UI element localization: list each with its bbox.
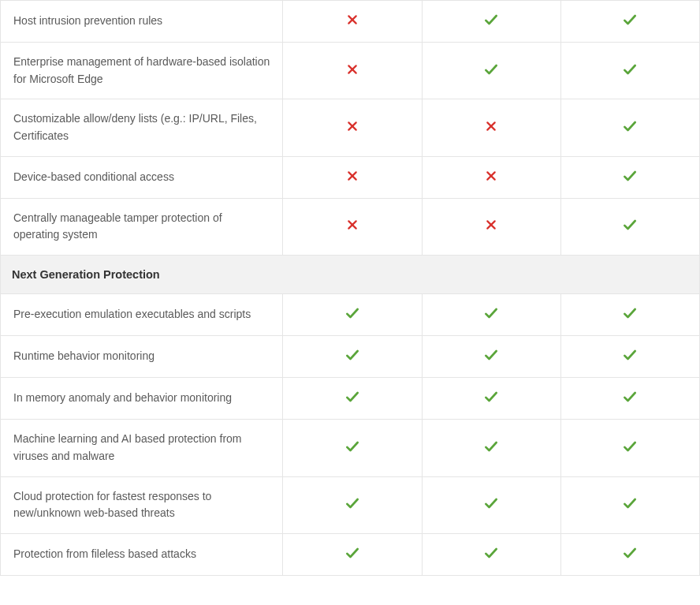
check-icon: [622, 118, 638, 137]
feature-status-col-3: [560, 420, 699, 476]
feature-status-col-2: [422, 533, 560, 575]
feature-status-col-1: [283, 99, 422, 156]
check-icon: [483, 545, 499, 564]
check-icon: [483, 347, 499, 366]
cross-icon: [346, 63, 359, 79]
check-icon: [344, 495, 360, 514]
check-icon: [344, 389, 360, 408]
feature-status-col-1: [283, 420, 422, 476]
feature-status-col-3: [560, 156, 699, 198]
table-row: Machine learning and AI based protection…: [1, 420, 700, 476]
feature-status-col-3: [560, 378, 699, 420]
feature-status-col-1: [283, 336, 422, 378]
check-icon: [483, 439, 499, 457]
check-icon: [483, 495, 499, 514]
table-row: Enterprise management of hardware-based …: [1, 43, 700, 99]
check-icon: [483, 305, 499, 324]
feature-status-col-1: [283, 476, 422, 533]
check-icon: [483, 62, 499, 80]
feature-status-col-2: [422, 1, 560, 43]
feature-status-col-1: [283, 43, 422, 99]
feature-status-col-3: [560, 99, 699, 156]
check-icon: [483, 389, 499, 408]
table-row: Device-based conditional access: [1, 156, 700, 198]
feature-label: In memory anomaly and behavior monitorin…: [1, 378, 283, 420]
feature-label: Runtime behavior monitoring: [1, 336, 283, 378]
feature-status-col-2: [422, 198, 560, 255]
feature-status-col-2: [422, 99, 560, 156]
table-row: In memory anomaly and behavior monitorin…: [1, 378, 700, 420]
feature-label: Pre-execution emulation executables and …: [1, 294, 283, 336]
feature-status-col-3: [560, 533, 699, 575]
feature-status-col-2: [422, 294, 560, 336]
cross-icon: [346, 170, 359, 185]
feature-label: Host intrusion prevention rules: [1, 1, 283, 43]
cross-icon: [485, 170, 497, 185]
feature-label: Centrally manageable tamper protection o…: [1, 198, 283, 255]
section-header-label: Next Generation Protection: [1, 256, 700, 294]
feature-status-col-2: [422, 156, 560, 198]
cross-icon: [346, 218, 359, 234]
check-icon: [622, 545, 638, 564]
check-icon: [622, 439, 638, 457]
feature-status-col-3: [560, 198, 699, 255]
feature-label: Machine learning and AI based protection…: [1, 420, 283, 476]
feature-status-col-1: [283, 378, 422, 420]
feature-comparison-table: Host intrusion prevention rulesEnterpris…: [0, 0, 700, 576]
cross-icon: [485, 120, 497, 136]
table-row: Runtime behavior monitoring: [1, 336, 700, 378]
feature-status-col-3: [560, 1, 699, 43]
feature-status-col-2: [422, 378, 560, 420]
table-row: Host intrusion prevention rules: [1, 1, 700, 43]
feature-label: Cloud protection for fastest responses t…: [1, 476, 283, 533]
feature-status-col-1: [283, 294, 422, 336]
table-row: Centrally manageable tamper protection o…: [1, 198, 700, 255]
feature-status-col-2: [422, 336, 560, 378]
check-icon: [622, 305, 638, 324]
check-icon: [344, 305, 360, 324]
table-row: Cloud protection for fastest responses t…: [1, 476, 700, 533]
check-icon: [622, 389, 638, 408]
feature-status-col-2: [422, 476, 560, 533]
feature-status-col-1: [283, 156, 422, 198]
table-row: Protection from fileless based attacks: [1, 533, 700, 575]
table-row: Pre-execution emulation executables and …: [1, 294, 700, 336]
cross-icon: [346, 13, 359, 29]
feature-status-col-1: [283, 1, 422, 43]
feature-status-col-3: [560, 336, 699, 378]
feature-status-col-3: [560, 294, 699, 336]
cross-icon: [485, 218, 497, 234]
check-icon: [344, 545, 360, 564]
check-icon: [622, 12, 638, 31]
check-icon: [344, 347, 360, 366]
feature-label: Device-based conditional access: [1, 156, 283, 198]
feature-status-col-2: [422, 43, 560, 99]
feature-status-col-3: [560, 43, 699, 99]
feature-label: Protection from fileless based attacks: [1, 533, 283, 575]
table-row: Customizable allow/deny lists (e.g.: IP/…: [1, 99, 700, 156]
cross-icon: [346, 120, 359, 136]
check-icon: [344, 439, 360, 457]
check-icon: [622, 347, 638, 366]
feature-status-col-2: [422, 420, 560, 476]
feature-label: Enterprise management of hardware-based …: [1, 43, 283, 99]
feature-status-col-3: [560, 476, 699, 533]
check-icon: [622, 62, 638, 80]
section-header-row: Next Generation Protection: [1, 256, 700, 294]
feature-label: Customizable allow/deny lists (e.g.: IP/…: [1, 99, 283, 156]
check-icon: [622, 168, 638, 187]
check-icon: [622, 217, 638, 236]
feature-status-col-1: [283, 533, 422, 575]
feature-status-col-1: [283, 198, 422, 255]
check-icon: [622, 495, 638, 514]
check-icon: [483, 12, 499, 31]
